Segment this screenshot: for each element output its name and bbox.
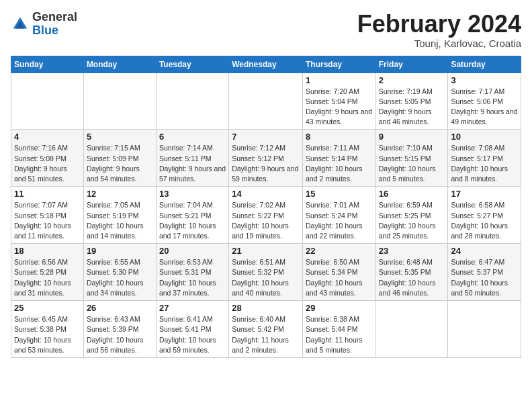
calendar-cell (83, 73, 156, 130)
day-detail: Sunrise: 7:07 AM Sunset: 5:18 PM Dayligh… (14, 200, 81, 241)
logo-blue-text: Blue (32, 24, 58, 37)
day-number: 12 (87, 189, 153, 199)
calendar-cell: 3Sunrise: 7:17 AM Sunset: 5:06 PM Daylig… (448, 73, 521, 130)
day-detail: Sunrise: 6:53 AM Sunset: 5:31 PM Dayligh… (159, 257, 226, 298)
calendar-cell: 6Sunrise: 7:14 AM Sunset: 5:11 PM Daylig… (156, 130, 228, 187)
day-detail: Sunrise: 6:51 AM Sunset: 5:32 PM Dayligh… (232, 257, 300, 298)
calendar-cell: 11Sunrise: 7:07 AM Sunset: 5:18 PM Dayli… (11, 187, 84, 244)
calendar-cell (156, 73, 228, 130)
day-detail: Sunrise: 7:12 AM Sunset: 5:12 PM Dayligh… (232, 143, 300, 184)
day-detail: Sunrise: 7:11 AM Sunset: 5:14 PM Dayligh… (306, 143, 373, 184)
calendar-cell: 18Sunrise: 6:56 AM Sunset: 5:28 PM Dayli… (11, 244, 84, 301)
calendar-cell: 13Sunrise: 7:04 AM Sunset: 5:21 PM Dayli… (156, 187, 228, 244)
day-number: 14 (232, 189, 300, 199)
month-year-title: February 2024 (357, 11, 521, 38)
day-detail: Sunrise: 7:02 AM Sunset: 5:22 PM Dayligh… (232, 200, 300, 241)
calendar-cell: 19Sunrise: 6:55 AM Sunset: 5:30 PM Dayli… (83, 244, 156, 301)
calendar-cell (11, 73, 84, 130)
calendar-cell: 2Sunrise: 7:19 AM Sunset: 5:05 PM Daylig… (375, 73, 448, 130)
day-number: 25 (14, 303, 81, 313)
day-detail: Sunrise: 6:43 AM Sunset: 5:39 PM Dayligh… (87, 314, 153, 355)
calendar-cell: 25Sunrise: 6:45 AM Sunset: 5:38 PM Dayli… (11, 301, 84, 358)
day-number: 20 (159, 246, 226, 256)
day-number: 19 (87, 246, 153, 256)
day-detail: Sunrise: 7:14 AM Sunset: 5:11 PM Dayligh… (159, 143, 226, 184)
calendar-week-row: 18Sunrise: 6:56 AM Sunset: 5:28 PM Dayli… (11, 244, 521, 301)
calendar-cell: 24Sunrise: 6:47 AM Sunset: 5:37 PM Dayli… (448, 244, 521, 301)
calendar-cell (229, 73, 303, 130)
day-detail: Sunrise: 6:56 AM Sunset: 5:28 PM Dayligh… (14, 257, 81, 298)
weekday-header-sunday: Sunday (11, 56, 84, 73)
day-number: 27 (159, 303, 226, 313)
day-number: 8 (306, 132, 373, 142)
calendar-cell: 9Sunrise: 7:10 AM Sunset: 5:15 PM Daylig… (375, 130, 448, 187)
day-number: 4 (14, 132, 81, 142)
day-number: 15 (306, 189, 373, 199)
day-detail: Sunrise: 6:55 AM Sunset: 5:30 PM Dayligh… (87, 257, 153, 298)
calendar-cell: 10Sunrise: 7:08 AM Sunset: 5:17 PM Dayli… (448, 130, 521, 187)
day-detail: Sunrise: 7:20 AM Sunset: 5:04 PM Dayligh… (306, 87, 373, 128)
day-number: 29 (306, 303, 373, 313)
day-detail: Sunrise: 7:08 AM Sunset: 5:17 PM Dayligh… (451, 143, 518, 184)
day-number: 10 (451, 132, 518, 142)
day-number: 16 (379, 189, 445, 199)
day-number: 17 (451, 189, 518, 199)
calendar-week-row: 1Sunrise: 7:20 AM Sunset: 5:04 PM Daylig… (11, 73, 521, 130)
day-detail: Sunrise: 7:16 AM Sunset: 5:08 PM Dayligh… (14, 143, 81, 184)
calendar-cell: 8Sunrise: 7:11 AM Sunset: 5:14 PM Daylig… (302, 130, 375, 187)
day-detail: Sunrise: 6:59 AM Sunset: 5:25 PM Dayligh… (379, 200, 445, 241)
weekday-header-thursday: Thursday (302, 56, 375, 73)
weekday-header-friday: Friday (375, 56, 448, 73)
calendar-cell: 28Sunrise: 6:40 AM Sunset: 5:42 PM Dayli… (229, 301, 303, 358)
weekday-header-monday: Monday (83, 56, 156, 73)
page-header: General Blue February 2024 Tounj, Karlov… (11, 11, 521, 49)
day-detail: Sunrise: 7:19 AM Sunset: 5:05 PM Dayligh… (379, 87, 445, 128)
day-detail: Sunrise: 7:17 AM Sunset: 5:06 PM Dayligh… (451, 87, 518, 128)
day-detail: Sunrise: 6:47 AM Sunset: 5:37 PM Dayligh… (451, 257, 518, 298)
logo-icon (11, 15, 30, 34)
day-number: 1 (306, 75, 373, 85)
location-text: Tounj, Karlovac, Croatia (357, 38, 521, 49)
calendar-cell: 26Sunrise: 6:43 AM Sunset: 5:39 PM Dayli… (83, 301, 156, 358)
day-number: 13 (159, 189, 226, 199)
logo: General Blue (11, 11, 77, 38)
calendar-cell: 5Sunrise: 7:15 AM Sunset: 5:09 PM Daylig… (83, 130, 156, 187)
day-detail: Sunrise: 6:58 AM Sunset: 5:27 PM Dayligh… (451, 200, 518, 241)
day-detail: Sunrise: 6:50 AM Sunset: 5:34 PM Dayligh… (306, 257, 373, 298)
day-detail: Sunrise: 7:01 AM Sunset: 5:24 PM Dayligh… (306, 200, 373, 241)
day-detail: Sunrise: 7:10 AM Sunset: 5:15 PM Dayligh… (379, 143, 445, 184)
weekday-header-tuesday: Tuesday (156, 56, 228, 73)
calendar-cell: 22Sunrise: 6:50 AM Sunset: 5:34 PM Dayli… (302, 244, 375, 301)
calendar-cell: 1Sunrise: 7:20 AM Sunset: 5:04 PM Daylig… (302, 73, 375, 130)
weekday-header-wednesday: Wednesday (229, 56, 303, 73)
day-number: 9 (379, 132, 445, 142)
day-number: 21 (232, 246, 300, 256)
calendar-cell: 16Sunrise: 6:59 AM Sunset: 5:25 PM Dayli… (375, 187, 448, 244)
calendar-cell (375, 301, 448, 358)
calendar-cell (448, 301, 521, 358)
day-number: 26 (87, 303, 153, 313)
day-number: 24 (451, 246, 518, 256)
calendar-week-row: 4Sunrise: 7:16 AM Sunset: 5:08 PM Daylig… (11, 130, 521, 187)
calendar-header-row: SundayMondayTuesdayWednesdayThursdayFrid… (11, 56, 521, 73)
day-number: 6 (159, 132, 226, 142)
day-detail: Sunrise: 6:48 AM Sunset: 5:35 PM Dayligh… (379, 257, 445, 298)
day-detail: Sunrise: 6:38 AM Sunset: 5:44 PM Dayligh… (306, 314, 373, 355)
calendar-cell: 15Sunrise: 7:01 AM Sunset: 5:24 PM Dayli… (302, 187, 375, 244)
day-detail: Sunrise: 7:15 AM Sunset: 5:09 PM Dayligh… (87, 143, 153, 184)
calendar-cell: 4Sunrise: 7:16 AM Sunset: 5:08 PM Daylig… (11, 130, 84, 187)
day-number: 2 (379, 75, 445, 85)
day-detail: Sunrise: 7:05 AM Sunset: 5:19 PM Dayligh… (87, 200, 153, 241)
day-detail: Sunrise: 6:45 AM Sunset: 5:38 PM Dayligh… (14, 314, 81, 355)
calendar-cell: 20Sunrise: 6:53 AM Sunset: 5:31 PM Dayli… (156, 244, 228, 301)
day-number: 11 (14, 189, 81, 199)
weekday-header-saturday: Saturday (448, 56, 521, 73)
calendar-table: SundayMondayTuesdayWednesdayThursdayFrid… (11, 56, 521, 358)
title-block: February 2024 Tounj, Karlovac, Croatia (357, 11, 521, 49)
calendar-week-row: 25Sunrise: 6:45 AM Sunset: 5:38 PM Dayli… (11, 301, 521, 358)
logo-general-text: General (32, 10, 77, 24)
calendar-cell: 14Sunrise: 7:02 AM Sunset: 5:22 PM Dayli… (229, 187, 303, 244)
calendar-cell: 12Sunrise: 7:05 AM Sunset: 5:19 PM Dayli… (83, 187, 156, 244)
calendar-cell: 23Sunrise: 6:48 AM Sunset: 5:35 PM Dayli… (375, 244, 448, 301)
day-number: 5 (87, 132, 153, 142)
